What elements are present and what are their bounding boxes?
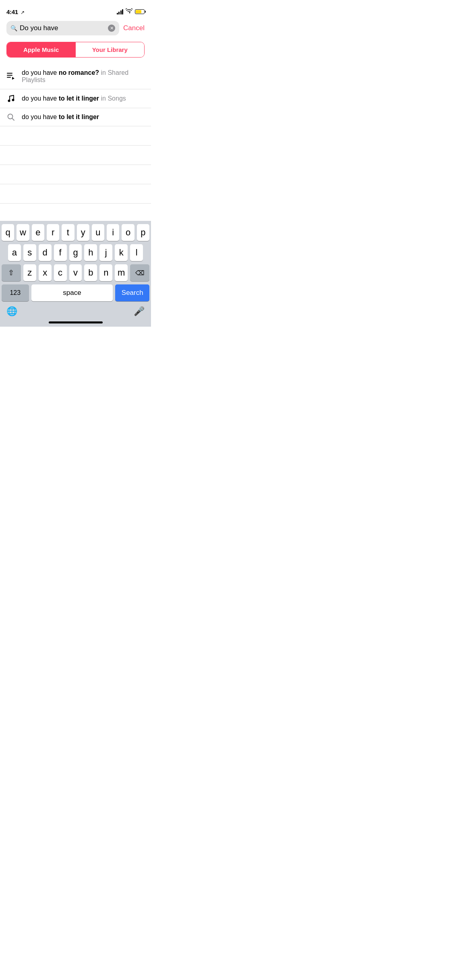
keyboard: q w e r t y u i o p a s d f g h j k l ⇧ …	[0, 221, 151, 327]
key-q[interactable]: q	[2, 224, 14, 241]
suggestion-item-3	[0, 126, 151, 146]
suggestion-item-5	[0, 165, 151, 184]
search-input-container[interactable]: 🔍 Do you have ✕	[6, 21, 119, 35]
space-key[interactable]: space	[31, 284, 113, 301]
key-j[interactable]: j	[99, 244, 112, 261]
search-key[interactable]: Search	[115, 284, 149, 301]
key-b[interactable]: b	[84, 264, 97, 281]
key-o[interactable]: o	[122, 224, 134, 241]
suggestion-item-6	[0, 184, 151, 204]
suggestion-text-0: do you have no romance? in Shared Playli…	[22, 69, 145, 84]
battery-icon: ⚡	[135, 9, 145, 14]
music-note-icon	[6, 95, 15, 103]
shift-key[interactable]: ⇧	[2, 264, 21, 281]
search-suggest-icon	[6, 113, 15, 121]
status-right: ⚡	[117, 8, 145, 15]
key-m[interactable]: m	[115, 264, 128, 281]
key-d[interactable]: d	[39, 244, 52, 261]
status-time: 4:41 ↗	[6, 8, 24, 15]
key-r[interactable]: r	[47, 224, 59, 241]
key-k[interactable]: k	[115, 244, 128, 261]
suggestion-text-2: do you have to let it linger	[22, 113, 99, 121]
key-u[interactable]: u	[92, 224, 104, 241]
key-l[interactable]: l	[130, 244, 143, 261]
key-i[interactable]: i	[107, 224, 119, 241]
keyboard-bottom-row: 🌐 🎤	[0, 305, 151, 320]
suggestion-text-1: do you have to let it linger in Songs	[22, 95, 126, 102]
numbers-key[interactable]: 123	[2, 284, 29, 301]
keyboard-row-3: ⇧ z x c v b n m ⌫	[0, 264, 151, 281]
search-clear-button[interactable]: ✕	[108, 25, 115, 32]
suggestion-item-0[interactable]: do you have no romance? in Shared Playli…	[0, 64, 151, 89]
key-s[interactable]: s	[23, 244, 36, 261]
key-g[interactable]: g	[69, 244, 82, 261]
key-c[interactable]: c	[54, 264, 67, 281]
keyboard-row-2: a s d f g h j k l	[0, 244, 151, 261]
cancel-button[interactable]: Cancel	[123, 24, 145, 32]
key-a[interactable]: a	[8, 244, 21, 261]
delete-key[interactable]: ⌫	[130, 264, 149, 281]
key-t[interactable]: t	[62, 224, 74, 241]
home-indicator	[49, 321, 103, 323]
playlist-icon	[6, 72, 15, 80]
keyboard-row-4: 123 space Search	[0, 284, 151, 301]
microphone-icon[interactable]: 🎤	[134, 306, 145, 317]
segment-apple-music[interactable]: Apple Music	[7, 42, 76, 57]
segmented-control: Apple Music Your Library	[6, 42, 145, 58]
key-f[interactable]: f	[54, 244, 67, 261]
search-magnifier-icon: 🔍	[10, 25, 17, 31]
suggestion-item-4	[0, 146, 151, 165]
suggestions-list: do you have no romance? in Shared Playli…	[0, 64, 151, 204]
key-n[interactable]: n	[99, 264, 112, 281]
key-y[interactable]: y	[77, 224, 89, 241]
svg-point-4	[12, 99, 14, 101]
status-bar: 4:41 ↗ ⚡	[0, 0, 151, 18]
key-z[interactable]: z	[23, 264, 36, 281]
globe-icon[interactable]: 🌐	[6, 306, 17, 317]
segment-your-library[interactable]: Your Library	[76, 42, 145, 57]
wifi-icon	[126, 8, 132, 15]
svg-line-6	[12, 118, 14, 120]
search-input[interactable]: Do you have	[20, 24, 105, 32]
key-v[interactable]: v	[69, 264, 82, 281]
key-e[interactable]: e	[32, 224, 44, 241]
search-bar-row: 🔍 Do you have ✕ Cancel	[0, 18, 151, 39]
suggestion-item-1[interactable]: do you have to let it linger in Songs	[0, 89, 151, 108]
key-p[interactable]: p	[137, 224, 149, 241]
suggestion-item-2[interactable]: do you have to let it linger	[0, 108, 151, 126]
key-w[interactable]: w	[17, 224, 29, 241]
signal-bars-icon	[117, 9, 124, 14]
key-x[interactable]: x	[39, 264, 52, 281]
svg-point-3	[8, 100, 10, 102]
keyboard-row-1: q w e r t y u i o p	[0, 224, 151, 241]
key-h[interactable]: h	[84, 244, 97, 261]
